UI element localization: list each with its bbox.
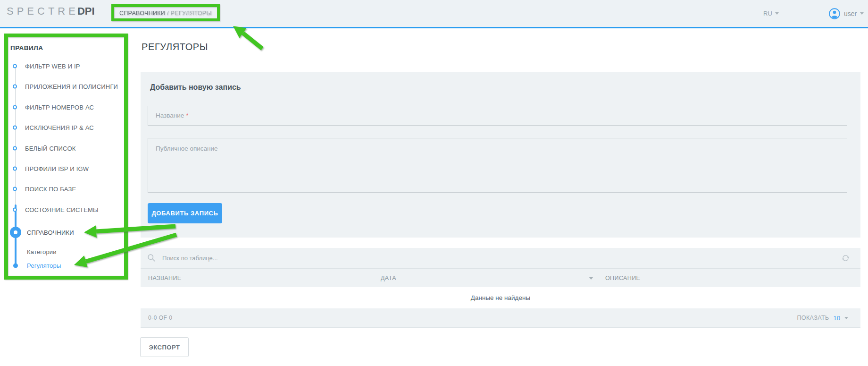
radio-dot-icon (13, 105, 17, 110)
column-header-name[interactable]: НАЗВАНИЕ (148, 275, 182, 281)
chevron-down-icon (775, 12, 779, 15)
annotation-box-breadcrumb: СПРАВОЧНИКИ / РЕГУЛЯТОРЫ (111, 4, 220, 21)
breadcrumb: СПРАВОЧНИКИ / РЕГУЛЯТОРЫ (119, 10, 212, 17)
logo-text-secondary: DPI (77, 5, 95, 17)
sidebar-subitem-label: Регуляторы (27, 262, 61, 269)
name-input[interactable] (148, 106, 847, 125)
empty-state-text: Данные не найдены (471, 294, 530, 301)
add-record-button[interactable]: ДОБАВИТЬ ЗАПИСЬ (148, 203, 222, 223)
sidebar-item-filter-web-ip[interactable]: ФИЛЬТР WEB И IP (0, 63, 130, 70)
name-field: Название* (148, 106, 847, 126)
breadcrumb-section: СПРАВОЧНИКИ (119, 10, 165, 17)
sidebar-item-isp-igw-profiles[interactable]: ПРОФИЛИ ISP И IGW (0, 165, 130, 172)
radio-dot-icon (13, 126, 17, 130)
sidebar-item-label: БЕЛЫЙ СПИСОК (25, 145, 75, 152)
table-header-row: НАЗВАНИЕ ДАТА ОПИСАНИЕ (141, 268, 860, 287)
export-button[interactable]: ЭКСПОРТ (140, 337, 189, 357)
page-title: РЕГУЛЯТОРЫ (142, 42, 208, 52)
sidebar-heading: ПРАВИЛА (10, 44, 43, 51)
sidebar-item-label: СОСТОЯНИЕ СИСТЕМЫ (25, 206, 99, 213)
radio-dot-icon (13, 208, 17, 212)
breadcrumb-page: РЕГУЛЯТОРЫ (170, 10, 211, 17)
chevron-down-icon (860, 12, 864, 15)
sidebar-item-label: СПРАВОЧНИКИ (27, 229, 74, 236)
sidebar-item-regulators[interactable]: Регуляторы (0, 262, 130, 269)
sidebar-item-label: ПОИСК ПО БАЗЕ (25, 186, 76, 193)
sidebar-item-ip-as-exclusions[interactable]: ИСКЛЮЧЕНИЯ IP & АС (0, 124, 130, 131)
radio-dot-icon (13, 263, 18, 268)
column-header-date[interactable]: ДАТА (381, 275, 396, 281)
sidebar-item-apps-policing[interactable]: ПРИЛОЖЕНИЯ И ПОЛИСИНГИ (0, 83, 130, 90)
sidebar-item-label: ПРОФИЛИ ISP И IGW (25, 165, 89, 172)
sidebar-item-directories[interactable]: СПРАВОЧНИКИ (0, 227, 130, 238)
username-label: user (844, 10, 857, 17)
sidebar-item-label: ФИЛЬТР НОМЕРОВ АС (25, 104, 94, 111)
radio-dot-icon (13, 64, 17, 68)
column-header-description[interactable]: ОПИСАНИЕ (605, 275, 640, 281)
radio-dot-icon (13, 85, 17, 89)
logo-text-primary: SPECTRE (7, 5, 79, 17)
description-textarea[interactable] (148, 138, 847, 192)
radio-dot-icon (13, 167, 17, 171)
sidebar-item-whitelist[interactable]: БЕЛЫЙ СПИСОК (0, 145, 130, 152)
add-record-card-title: Добавить новую запись (150, 83, 241, 92)
user-icon (828, 8, 841, 20)
sidebar-item-label: ФИЛЬТР WEB И IP (25, 63, 80, 70)
app-window: SPECTREDPI СПРАВОЧНИКИ / РЕГУЛЯТОРЫ RU u… (0, 0, 868, 366)
page-size-dropdown[interactable]: ПОКАЗАТЬ 10 (797, 308, 848, 327)
range-label: 0-0 OF 0 (148, 315, 172, 321)
pagination-bar: 0-0 OF 0 ПОКАЗАТЬ 10 (141, 308, 860, 328)
sidebar-item-as-number-filter[interactable]: ФИЛЬТР НОМЕРОВ АС (0, 104, 130, 111)
user-menu[interactable]: user (828, 0, 864, 27)
page-size-value: 10 (834, 315, 840, 322)
language-label: RU (763, 10, 772, 17)
refresh-icon[interactable] (841, 254, 850, 263)
radio-dot-icon (13, 146, 17, 151)
radio-dot-icon (13, 187, 17, 191)
language-selector[interactable]: RU (763, 0, 779, 27)
search-icon (147, 254, 156, 262)
table-toolbar (141, 248, 860, 268)
sidebar-item-system-status[interactable]: СОСТОЯНИЕ СИСТЕМЫ (0, 206, 130, 213)
page-size-label: ПОКАЗАТЬ (797, 315, 829, 321)
table-empty-state: Данные не найдены (141, 287, 860, 308)
sidebar-subitem-label: Категории (27, 248, 57, 255)
search-input[interactable] (161, 248, 751, 268)
annotation-arrow-breadcrumb (233, 26, 262, 49)
sidebar-item-label: ПРИЛОЖЕНИЯ И ПОЛИСИНГИ (25, 83, 118, 90)
sidebar: ПРАВИЛА ФИЛЬТР WEB И IP ПРИЛОЖЕНИЯ И ПОЛ… (0, 28, 130, 366)
app-logo: SPECTREDPI (7, 5, 95, 17)
sidebar-item-categories[interactable]: Категории (0, 248, 130, 255)
top-header: SPECTREDPI СПРАВОЧНИКИ / РЕГУЛЯТОРЫ RU u… (0, 0, 868, 28)
sort-desc-icon[interactable] (589, 277, 593, 280)
radio-dot-active-icon (10, 227, 21, 238)
sidebar-item-db-search[interactable]: ПОИСК ПО БАЗЕ (0, 186, 130, 193)
chevron-down-icon (844, 317, 848, 319)
breadcrumb-separator: / (165, 10, 170, 17)
description-field (148, 138, 847, 193)
sidebar-item-label: ИСКЛЮЧЕНИЯ IP & АС (25, 124, 94, 131)
